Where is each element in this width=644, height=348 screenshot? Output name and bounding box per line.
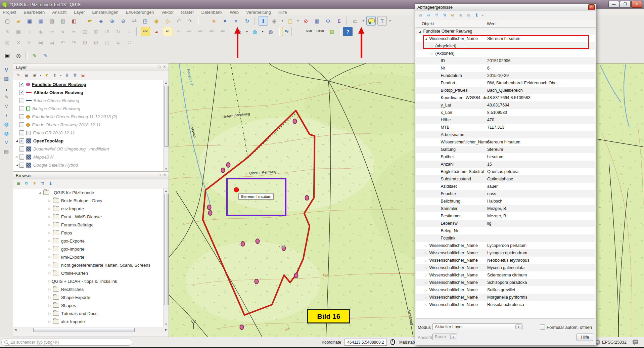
layout-manager-icon[interactable]: ▥ xyxy=(58,16,67,26)
add-postgis-icon[interactable]: ◖ xyxy=(2,111,11,119)
fund-point[interactable] xyxy=(256,238,260,244)
close-button[interactable]: ✕ xyxy=(631,1,642,8)
tile-grid-icon[interactable]: ▦ xyxy=(327,27,336,36)
fund-point[interactable] xyxy=(293,119,297,124)
map-tips-icon[interactable] xyxy=(366,16,376,26)
copy-style-icon[interactable]: ▤ xyxy=(47,38,56,47)
node-tool-icon[interactable]: ▱ xyxy=(47,27,56,36)
add-virtual-layer-icon[interactable]: V xyxy=(2,101,11,110)
label-properties-icon[interactable]: abc xyxy=(218,27,228,36)
identify-row[interactable]: ▷ Wissenschaftlicher_Name Scleroderma ci… xyxy=(416,271,595,279)
menu-item[interactable]: Raster xyxy=(181,10,194,15)
identify-row[interactable]: Epithet hirsutum xyxy=(416,153,595,161)
select-caret-icon[interactable]: ▾ xyxy=(296,16,300,26)
annotation-caret-icon[interactable]: ▾ xyxy=(388,16,392,26)
identify-caret-icon[interactable]: ▾ xyxy=(281,16,284,26)
browser-item[interactable]: ▷ Rechtliches xyxy=(13,285,169,293)
maximize-button[interactable]: ❐ xyxy=(620,1,631,8)
identify-row[interactable]: Fotolink xyxy=(416,234,595,242)
move-point-icon[interactable]: ✕ xyxy=(14,38,23,47)
layer-item[interactable]: Bodenrelief OR Umgebung _modifiziert xyxy=(13,145,169,153)
identify-menu-icon[interactable]: ◉ xyxy=(270,16,279,26)
kml-tools-icon[interactable]: KML xyxy=(305,27,314,36)
menu-item[interactable]: Ansicht xyxy=(52,10,66,15)
browser-item[interactable]: ▷ nicht georeferenzierte Karten, Scans, … xyxy=(13,261,169,269)
delete-ring-icon[interactable]: ⊟ xyxy=(91,38,101,47)
copy-features-icon[interactable]: ▤ xyxy=(80,27,90,36)
add-vector-layer-icon[interactable]: V xyxy=(2,65,11,74)
layer-item[interactable]: ✓ Altholz Oberer Reutweg xyxy=(13,88,169,96)
move-feature-icon[interactable]: ◈ xyxy=(36,27,45,36)
open-attribute-table-icon[interactable]: ▦ xyxy=(312,16,322,26)
toggle-editing-icon[interactable]: ✎ xyxy=(3,27,12,36)
identify-column-headers[interactable]: Objekt Wert xyxy=(415,20,596,28)
zoom-next-icon[interactable]: ↷ xyxy=(185,16,194,26)
close-panel-icon[interactable]: ✕ xyxy=(162,65,167,70)
digitize-icon[interactable]: ◦ xyxy=(25,27,34,36)
properties-widget-icon[interactable]: ℹ xyxy=(47,180,54,187)
fund-point[interactable] xyxy=(241,241,245,247)
layer-checkbox[interactable] xyxy=(19,114,24,119)
zoom-full-icon[interactable]: ◳ xyxy=(141,16,150,26)
print-response-icon[interactable]: ▤ xyxy=(465,12,472,19)
column-wert[interactable]: Wert xyxy=(487,21,496,26)
menu-item[interactable]: Bearbeiten xyxy=(24,10,45,15)
add-raster-layer-icon[interactable]: ▦ xyxy=(2,74,11,83)
layer-scrollbar[interactable]: ▲ ▼ xyxy=(163,80,169,172)
mouse-position-icon[interactable] xyxy=(390,339,395,345)
layer-panel-titlebar[interactable]: Layer ❏ ✕ xyxy=(13,63,169,71)
open-form-icon[interactable]: ▤ xyxy=(417,12,424,19)
zoom-to-selection-icon[interactable]: ◉ xyxy=(152,16,161,26)
label-show-hide-icon[interactable]: abc xyxy=(185,27,194,36)
expand-all-icon[interactable]: ⇊ xyxy=(63,72,70,79)
fund-point[interactable] xyxy=(255,279,259,284)
statistics-icon[interactable]: Σ xyxy=(334,16,344,26)
identify-row[interactable]: Feuchte nass xyxy=(416,190,595,198)
identify-row[interactable]: Gattung Stereum xyxy=(416,146,595,153)
ansicht-combobox[interactable]: Baum▼ xyxy=(432,334,457,340)
redo-icon[interactable]: ↻ xyxy=(113,27,123,36)
filter-expression-icon[interactable]: ε xyxy=(51,72,58,79)
layer-item[interactable]: Fotos OR 2018-12-11 xyxy=(13,129,169,137)
layer-checkbox[interactable] xyxy=(19,155,24,160)
identify-row[interactable]: Bestimmer Mezger, B. xyxy=(416,212,595,220)
new-bookmark-icon[interactable]: ★ xyxy=(209,16,219,26)
menu-item[interactable]: Einstellungen xyxy=(92,10,119,15)
zoom-to-layer-icon[interactable]: ◎ xyxy=(163,16,172,26)
browser-item[interactable]: ▷ gpx-Importe xyxy=(13,245,169,253)
browser-item[interactable]: ▷ Fotos xyxy=(13,229,169,237)
measure-caret-icon[interactable]: ▾ xyxy=(362,16,365,26)
browser-panel-titlebar[interactable]: Browser ❏ ✕ xyxy=(13,172,169,179)
browser-item[interactable]: ▷ Offline-Karten xyxy=(13,269,169,277)
close-icon[interactable]: ✕ xyxy=(588,4,595,10)
merge-features-icon[interactable]: ▣ xyxy=(36,38,45,47)
browser-item[interactable]: ▷ Forums-Beiträge xyxy=(13,221,169,229)
manage-themes-icon[interactable]: ◉ xyxy=(31,72,38,79)
browser-item[interactable]: ▷ Forst - WMS-Dienste xyxy=(13,213,169,221)
browser-item[interactable]: ▷ Tutorials und Docs xyxy=(13,309,169,317)
save-project-icon[interactable]: ▣ xyxy=(25,16,34,26)
minimize-button[interactable]: — xyxy=(608,1,619,8)
screenshot-tool-icon[interactable]: ▣ xyxy=(3,51,12,60)
web-globe-2-icon[interactable]: ◍ xyxy=(250,27,260,36)
zoom-last-icon[interactable]: ↶ xyxy=(174,16,183,26)
layer-checkbox[interactable] xyxy=(19,122,24,127)
modus-combobox[interactable]: Aktueller Layer▼ xyxy=(432,323,522,330)
layer-diagram-icon[interactable]: ◕ xyxy=(152,27,161,36)
identify-mode-icon[interactable]: ℹ xyxy=(473,12,480,19)
identify-row[interactable]: ID 2015102906 xyxy=(416,57,595,64)
expression-caret-icon[interactable]: ▾ xyxy=(59,72,62,79)
browser-item[interactable]: ▷ xlsx-Importe xyxy=(13,317,169,325)
locator-search-input[interactable]: Zu suchender Typ (Strg+K) xyxy=(1,339,132,346)
browser-item[interactable]: ▷ QGIS + LIDAR - tipps & Tricks.lnk xyxy=(13,277,169,285)
identify-row[interactable]: ▷ Wissenschaftlicher_Name Schizopora par… xyxy=(416,279,595,286)
zoom-in-icon[interactable]: ⊕ xyxy=(107,16,117,26)
identify-row[interactable]: ▷ (Aktionen) xyxy=(416,50,595,57)
identify-row[interactable]: Anzahl 15 xyxy=(416,161,595,168)
identify-row[interactable]: Nr 6 xyxy=(416,64,595,72)
identify-row[interactable]: Funddatum 2015-10-29 xyxy=(416,72,595,79)
identify-row[interactable]: Lebensw lig xyxy=(416,220,595,227)
help-icon[interactable]: ? xyxy=(343,27,353,36)
pan-map-icon[interactable]: ☛ xyxy=(85,16,95,26)
label-move-icon[interactable]: abc xyxy=(196,27,205,36)
